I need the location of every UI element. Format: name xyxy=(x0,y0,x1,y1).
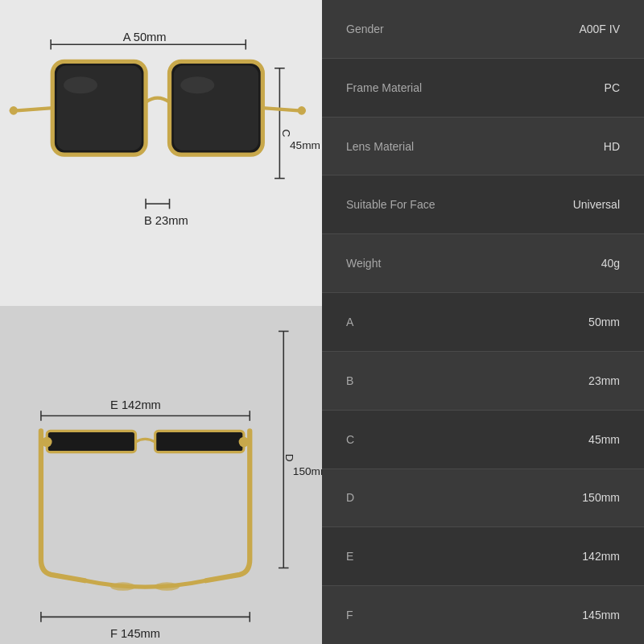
spec-value: 40g xyxy=(601,257,620,270)
spec-label: Gender xyxy=(346,23,384,35)
spec-row: Lens MaterialHD xyxy=(322,118,644,176)
spec-value: PC xyxy=(605,81,620,94)
svg-point-32 xyxy=(110,582,136,591)
spec-row: C45mm xyxy=(322,411,644,469)
svg-point-11 xyxy=(64,76,97,93)
spec-value: 142mm xyxy=(582,550,620,563)
spec-value: HD xyxy=(604,140,620,153)
spec-label: Suitable For Face xyxy=(346,198,436,211)
spec-value: 150mm xyxy=(582,491,620,504)
right-panel: GenderA00F IVFrame MaterialPCLens Materi… xyxy=(322,0,644,644)
top-diagram: A 50mm C 45mm xyxy=(0,0,322,306)
svg-text:D: D xyxy=(283,454,295,462)
spec-row: GenderA00F IV xyxy=(322,0,644,59)
svg-rect-35 xyxy=(155,431,244,452)
svg-text:45mm: 45mm xyxy=(290,139,320,151)
svg-point-37 xyxy=(239,437,250,448)
spec-row: Weight40g xyxy=(322,234,644,293)
spec-value: 145mm xyxy=(582,609,620,621)
spec-label: D xyxy=(346,491,354,504)
svg-rect-10 xyxy=(57,66,142,151)
spec-label: E xyxy=(346,550,353,563)
spec-label: C xyxy=(346,433,354,446)
svg-text:C: C xyxy=(280,130,292,138)
spec-row: A50mm xyxy=(322,293,644,352)
svg-point-36 xyxy=(42,437,52,448)
bottom-glasses-svg: D 150mm E 142mm xyxy=(0,306,322,644)
svg-rect-34 xyxy=(47,431,135,452)
svg-text:150mm: 150mm xyxy=(293,465,322,477)
svg-point-33 xyxy=(155,582,180,591)
svg-text:F  145mm: F 145mm xyxy=(110,627,160,640)
svg-point-18 xyxy=(297,106,306,115)
spec-label: Lens Material xyxy=(346,140,414,153)
spec-value: 45mm xyxy=(588,433,620,446)
spec-row: B23mm xyxy=(322,352,644,411)
spec-label: Weight xyxy=(346,257,381,270)
svg-line-15 xyxy=(17,108,52,110)
svg-text:B  23mm: B 23mm xyxy=(144,214,188,227)
bottom-diagram: D 150mm E 142mm xyxy=(0,306,322,644)
top-glasses-svg: A 50mm C 45mm xyxy=(0,0,322,306)
svg-point-14 xyxy=(180,76,214,93)
spec-row: Suitable For FaceUniversal xyxy=(322,175,644,234)
spec-label: B xyxy=(346,374,353,387)
spec-label: F xyxy=(346,609,353,621)
spec-row: E142mm xyxy=(322,527,644,586)
left-panel: A 50mm C 45mm xyxy=(0,0,322,644)
svg-rect-13 xyxy=(174,66,258,151)
spec-value: Universal xyxy=(573,198,620,211)
spec-label: A xyxy=(346,316,353,328)
svg-point-16 xyxy=(10,106,19,115)
svg-text:A  50mm: A 50mm xyxy=(123,31,167,43)
spec-row: Frame MaterialPC xyxy=(322,59,644,118)
spec-row: D150mm xyxy=(322,469,644,528)
spec-value: 50mm xyxy=(588,316,620,328)
spec-row: F145mm xyxy=(322,586,644,644)
spec-value: A00F IV xyxy=(579,23,620,35)
spec-label: Frame Material xyxy=(346,81,422,94)
svg-line-17 xyxy=(262,108,298,110)
spec-value: 23mm xyxy=(588,374,620,387)
svg-text:E  142mm: E 142mm xyxy=(110,398,161,411)
